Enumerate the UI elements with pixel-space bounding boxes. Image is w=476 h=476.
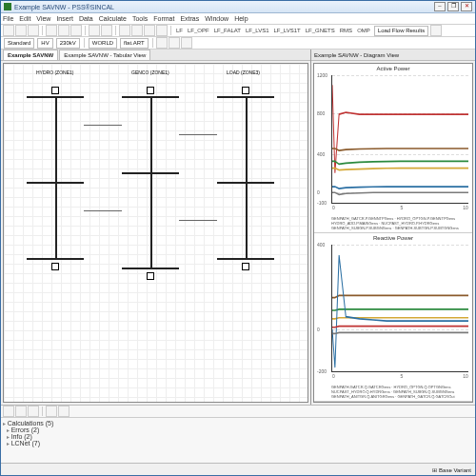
filter-icon[interactable] [3,406,14,417]
menu-help[interactable]: Help [234,15,248,22]
branch[interactable] [179,134,217,135]
case-falat[interactable]: LF_FALAT [214,28,241,33]
menu-view[interactable]: View [36,15,50,22]
tree-item[interactable]: LCNet (7) [7,440,473,446]
single-line-diagram[interactable]: HYDRO (ZONE1) GENCO (ZONE1) LOAD (ZONE3) [3,63,308,403]
chart-active-power[interactable]: Active Power 1200 800 400 0 -100 0 5 10 … [314,64,472,233]
workspace: Example SAVNW Example SAVNW - Tabular Vi… [1,50,475,405]
case-lvs1[interactable]: LF_LVS1 [246,28,269,33]
tab-tabular[interactable]: Example SAVNW - Tabular View [59,50,150,60]
save-icon[interactable] [28,25,39,36]
zone-label-b: GENCO (ZONE1) [131,69,169,75]
tree-item[interactable]: Errors (2) [7,426,473,433]
branch[interactable] [84,210,122,211]
undo-icon[interactable] [89,25,100,36]
results-dropdown[interactable]: Load Flow Results [374,26,428,36]
maximize-button[interactable]: ❐ [447,2,459,11]
left-pane: Example SAVNW Example SAVNW - Tabular Vi… [1,50,311,405]
menu-insert[interactable]: Insert [56,15,73,22]
kv-dropdown[interactable]: 230kV [56,38,80,49]
menu-format[interactable]: Format [153,15,174,22]
titlebar[interactable]: Example SAVNW - PSS®SINCAL – ❐ ✕ [1,1,475,13]
zoom-out-icon[interactable] [169,37,180,49]
case-gnets[interactable]: LF_GNETS [306,28,335,33]
toolbar-1: LF LF_OPF LF_FALAT LF_LVS1 LF_LVS1T LF_G… [1,25,475,37]
run-icon[interactable] [119,25,130,36]
load-icon[interactable] [242,87,249,94]
zone-label-c: LOAD (ZONE3) [227,69,260,75]
menu-window[interactable]: Window [205,15,228,22]
branch[interactable] [55,96,57,258]
chart1-title: Active Power [316,66,470,71]
chart2-title: Reactive Power [316,235,470,241]
stop-icon[interactable] [131,25,143,36]
collapse-icon[interactable] [58,406,69,417]
bottom-panel: Calculations (5) Errors (2) Info (2) LCN… [1,405,475,463]
load-icon[interactable] [242,263,249,270]
layer-dropdown[interactable]: Standard [4,38,34,49]
paste-icon[interactable] [70,25,82,36]
case-omp[interactable]: OMP [357,28,370,33]
chart-container: Active Power 1200 800 400 0 -100 0 5 10 … [313,63,473,403]
branch[interactable] [150,96,152,268]
menubar: File Edit View Insert Data Calculate Too… [1,13,475,25]
menu-tools[interactable]: Tools [132,15,148,22]
clear-icon[interactable] [15,406,27,417]
bus-bar[interactable] [217,258,274,260]
branch[interactable] [179,220,217,221]
branch[interactable] [246,96,248,258]
case-rms[interactable]: RMS [340,28,352,33]
status-bar: ⊞ Base Variant [1,463,475,475]
tab-diagram[interactable]: Example SAVNW [3,50,58,60]
branch[interactable] [84,125,122,126]
case-lf[interactable]: LF [176,28,183,33]
case-opf[interactable]: LF_OPF [188,28,209,33]
tree-item[interactable]: Info (2) [7,433,473,440]
redo-icon[interactable] [101,25,112,36]
bus-bar[interactable] [122,268,179,269]
app-window: Example SAVNW - PSS®SINCAL – ❐ ✕ File Ed… [0,0,476,476]
right-pane: Example SAVNW - Diagram View Active Powe… [311,50,475,405]
art-dropdown[interactable]: flat.ART [120,38,149,49]
new-icon[interactable] [3,25,14,36]
copy-icon[interactable] [58,25,69,36]
bus-bar[interactable] [27,258,84,260]
right-pane-header: Example SAVNW - Diagram View [311,50,475,61]
transformer-icon[interactable] [147,272,154,280]
generator-icon[interactable] [147,87,154,94]
refresh-icon[interactable] [430,25,442,36]
voltage-dropdown[interactable]: HV [37,38,52,49]
play-icon[interactable] [144,25,155,36]
fit-icon[interactable] [181,37,192,49]
case-lvs1t[interactable]: LF_LVS1T [274,28,301,33]
minimize-button[interactable]: – [434,2,446,11]
close-button[interactable]: ✕ [461,2,472,11]
message-tree[interactable]: Calculations (5) Errors (2) Info (2) LCN… [1,418,475,463]
toolbar-2: Standard HV 230kV WORLD flat.ART [1,37,475,50]
status-variant[interactable]: ⊞ Base Variant [432,466,471,473]
window-title: Example SAVNW - PSS®SINCAL [14,4,432,10]
chart1-plot: 1200 800 400 0 -100 0 5 10 [331,75,468,204]
chart1-lines [332,75,468,203]
menu-edit[interactable]: Edit [19,15,30,22]
generator-icon[interactable] [51,87,59,94]
cut-icon[interactable] [46,25,57,36]
expand-icon[interactable] [46,406,57,417]
menu-extras[interactable]: Extras [180,15,199,22]
chart-reactive-power[interactable]: Reactive Power 400 0 -200 0 5 10 GENPATH… [314,233,472,403]
zone-label-a: HYDRO (ZONE1) [36,69,73,75]
menu-file[interactable]: File [3,15,13,22]
world-dropdown[interactable]: WORLD [89,38,117,49]
bottom-toolbar [1,406,475,418]
chart2-plot: 400 0 -200 0 5 10 [331,245,468,373]
tree-root[interactable]: Calculations (5) [3,420,473,426]
menu-data[interactable]: Data [79,15,93,22]
chart2-lines [332,245,468,372]
pause-icon[interactable] [156,25,168,36]
menu-calculate[interactable]: Calculate [99,15,127,22]
zoom-in-icon[interactable] [156,37,168,49]
open-icon[interactable] [15,25,27,36]
export-icon[interactable] [28,406,39,417]
chart1-legend: GENPATH_GATCR.P.GENNTPGens · HYDRO_OPTGN… [331,216,468,230]
transformer-icon[interactable] [51,263,59,270]
